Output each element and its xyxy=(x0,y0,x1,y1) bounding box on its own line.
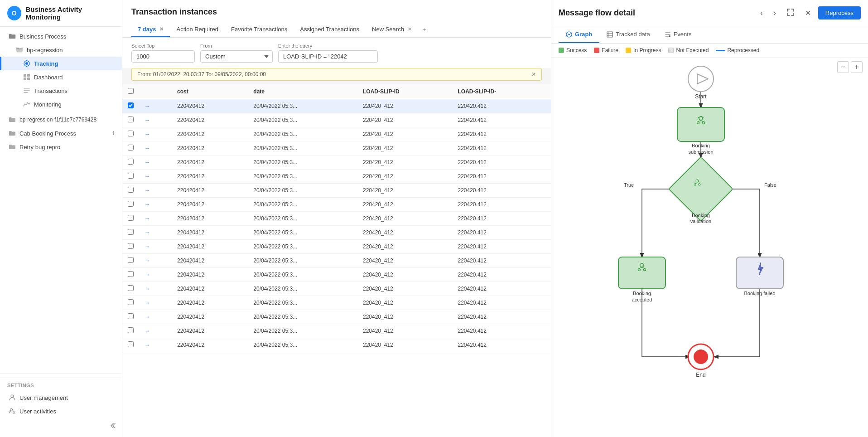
row-arrow[interactable]: → xyxy=(139,184,172,198)
row-cost: 220420412 xyxy=(172,324,248,338)
legend-reprocessed-label: Reprocessed xyxy=(727,47,759,53)
panel-tab-graph[interactable]: Graph xyxy=(559,26,599,43)
row-cost: 220420412 xyxy=(172,240,248,254)
row-cost: 220420412 xyxy=(172,198,248,212)
row-slip2: 220420.412 xyxy=(453,127,551,141)
row-checkbox[interactable] xyxy=(128,243,134,249)
query-input[interactable] xyxy=(278,50,378,63)
row-arrow[interactable]: → xyxy=(139,282,172,296)
table-row: → 220420412 20/04/2022 05:3... 220420_41… xyxy=(122,240,551,254)
tab-new-search[interactable]: New Search ✕ xyxy=(366,22,418,37)
table-row: → 220420412 20/04/2022 05:3... 220420_41… xyxy=(122,324,551,338)
col-date[interactable]: date xyxy=(248,84,357,99)
sidebar-item-bp-regression-f1[interactable]: bp-regression-f1f11e7c7769428 xyxy=(0,113,122,126)
tab-action-required[interactable]: Action Required xyxy=(170,22,225,37)
sidebar-collapse-button[interactable] xyxy=(0,418,122,433)
row-arrow[interactable]: → xyxy=(139,240,172,254)
sidebar-item-cab-booking[interactable]: Cab Booking Process ℹ xyxy=(0,126,122,140)
date-filter-close-button[interactable]: ✕ xyxy=(531,71,536,78)
row-checkbox[interactable] xyxy=(128,102,134,108)
panel-next-button[interactable]: › xyxy=(770,7,780,19)
row-checkbox[interactable] xyxy=(128,201,134,207)
select-all-checkbox[interactable] xyxy=(128,88,134,94)
panel-title: Message flow detail xyxy=(559,8,753,18)
sidebar-item-tracking[interactable]: Tracking xyxy=(0,57,122,70)
col-load-slip-id[interactable]: LOAD-SLIP-ID xyxy=(357,84,453,99)
tab-favorite[interactable]: Favorite Transactions xyxy=(225,22,294,37)
row-checkbox[interactable] xyxy=(128,229,134,235)
row-arrow[interactable]: → xyxy=(139,170,172,184)
svg-rect-7 xyxy=(27,78,30,80)
table-row: → 220420412 20/04/2022 05:3... 220420_41… xyxy=(122,310,551,324)
row-checkbox[interactable] xyxy=(128,299,134,305)
sidebar-item-retry-bug[interactable]: Retry bug repro xyxy=(0,140,122,154)
row-checkbox[interactable] xyxy=(128,145,134,151)
sidebar-item-business-process[interactable]: Business Process xyxy=(0,29,122,43)
row-checkbox[interactable] xyxy=(128,173,134,179)
zoom-in-button[interactable]: + xyxy=(851,61,863,73)
row-checkbox[interactable] xyxy=(128,215,134,221)
row-checkbox[interactable] xyxy=(128,313,134,319)
tab-assigned[interactable]: Assigned Transactions xyxy=(294,22,366,37)
from-select[interactable]: Custom Last 7 days Last 30 days Today xyxy=(200,50,273,63)
row-arrow[interactable]: → xyxy=(139,141,172,155)
sidebar-item-dashboard[interactable]: Dashboard xyxy=(0,70,122,84)
row-checkbox-cell xyxy=(122,212,139,226)
col-arrow xyxy=(139,84,172,99)
svg-rect-11 xyxy=(607,32,612,37)
row-checkbox[interactable] xyxy=(128,341,134,347)
tab-7days-close[interactable]: ✕ xyxy=(159,26,164,32)
zoom-out-button[interactable]: − xyxy=(837,61,849,73)
row-arrow[interactable]: → xyxy=(139,254,172,268)
table-container: cost date LOAD-SLIP-ID LOAD-SLIP-ID- → 2… xyxy=(122,84,551,437)
row-arrow[interactable]: → xyxy=(139,338,172,352)
row-checkbox[interactable] xyxy=(128,271,134,277)
sidebar-item-transactions[interactable]: Transactions xyxy=(0,84,122,97)
row-arrow[interactable]: → xyxy=(139,268,172,282)
tab-new-search-close[interactable]: ✕ xyxy=(408,26,412,32)
row-slip1: 220420_412 xyxy=(357,170,453,184)
row-checkbox[interactable] xyxy=(128,159,134,165)
booking-accepted-label-1: Booking xyxy=(633,291,651,296)
row-arrow[interactable]: → xyxy=(139,155,172,170)
row-arrow[interactable]: → xyxy=(139,198,172,212)
row-arrow[interactable]: → xyxy=(139,324,172,338)
panel-expand-button[interactable] xyxy=(783,7,798,19)
tabs-row: 7 days ✕ Action Required Favorite Transa… xyxy=(131,22,542,37)
row-checkbox[interactable] xyxy=(128,131,134,136)
panel-prev-button[interactable]: ‹ xyxy=(757,7,766,19)
panel-tab-events[interactable]: Events xyxy=(657,26,699,43)
col-cost[interactable]: cost xyxy=(172,84,248,99)
row-checkbox[interactable] xyxy=(128,187,134,193)
select-top-input[interactable] xyxy=(131,50,195,63)
tab-favorite-label: Favorite Transactions xyxy=(231,26,287,33)
reprocess-button[interactable]: Reprocess xyxy=(818,6,861,19)
sidebar-item-user-management[interactable]: User management xyxy=(0,391,122,404)
panel-tab-tracked-data[interactable]: Tracked data xyxy=(599,26,657,43)
row-cost: 220420412 xyxy=(172,338,248,352)
legend-success-label: Success xyxy=(566,47,587,53)
sidebar-item-user-activities[interactable]: User activities xyxy=(0,404,122,418)
panel-tab-tracked-data-label: Tracked data xyxy=(616,31,650,38)
row-arrow[interactable]: → xyxy=(139,212,172,226)
col-load-slip-id2[interactable]: LOAD-SLIP-ID- xyxy=(453,84,551,99)
sidebar-item-bp-regression[interactable]: bp-regression xyxy=(0,43,122,57)
row-checkbox[interactable] xyxy=(128,257,134,263)
row-arrow[interactable]: → xyxy=(139,99,172,113)
row-checkbox-cell xyxy=(122,240,139,254)
info-icon[interactable]: ℹ xyxy=(112,130,115,136)
row-arrow[interactable]: → xyxy=(139,296,172,310)
row-checkbox[interactable] xyxy=(128,117,134,122)
row-checkbox[interactable] xyxy=(128,327,134,333)
row-arrow[interactable]: → xyxy=(139,226,172,240)
row-arrow[interactable]: → xyxy=(139,113,172,127)
row-checkbox[interactable] xyxy=(128,285,134,291)
panel-close-button[interactable]: ✕ xyxy=(801,7,815,19)
row-cost: 220420412 xyxy=(172,127,248,141)
tab-add-button[interactable]: + xyxy=(418,23,431,37)
row-arrow[interactable]: → xyxy=(139,310,172,324)
tab-7days-label: 7 days xyxy=(138,26,156,33)
sidebar-item-monitoring[interactable]: Monitoring xyxy=(0,97,122,111)
row-arrow[interactable]: → xyxy=(139,127,172,141)
tab-7days[interactable]: 7 days ✕ xyxy=(131,22,170,37)
